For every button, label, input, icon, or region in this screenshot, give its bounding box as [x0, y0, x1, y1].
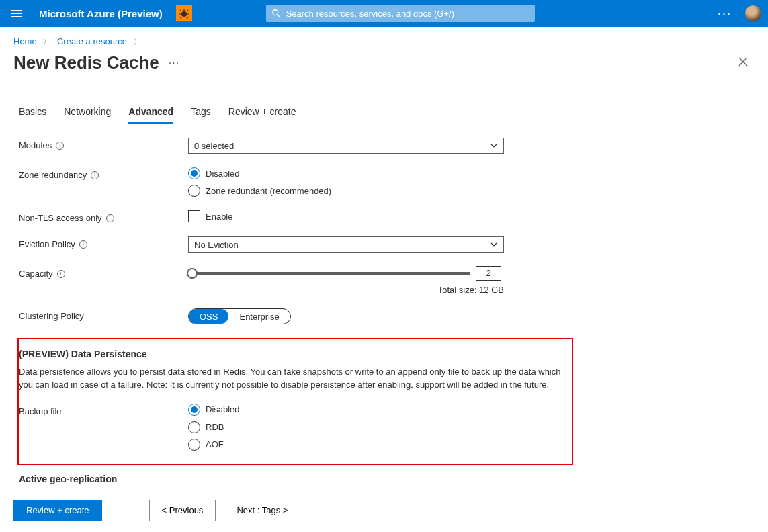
chevron-down-icon: [490, 240, 498, 249]
title-row: New Redis Cache ···: [0, 51, 768, 80]
modules-select[interactable]: 0 selected: [188, 138, 504, 154]
capacity-label: Capacity: [19, 269, 53, 279]
svg-line-2: [277, 15, 280, 17]
checkbox-icon: [188, 210, 200, 222]
backup-radio-disabled[interactable]: Disabled: [188, 404, 504, 416]
search-icon: [271, 9, 281, 18]
radio-icon: [188, 421, 200, 433]
radio-icon: [188, 185, 200, 197]
radio-icon: [188, 404, 200, 416]
capacity-value-input[interactable]: 2: [476, 266, 501, 281]
backup-aof-label: AOF: [206, 439, 224, 449]
info-icon[interactable]: i: [91, 171, 99, 179]
tab-bar: Basics Networking Advanced Tags Review +…: [19, 106, 755, 124]
avatar[interactable]: [745, 5, 761, 21]
search-placeholder: Search resources, services, and docs (G+…: [286, 9, 454, 19]
zone-recommended-label: Zone redundant (recommended): [206, 186, 331, 196]
nontls-enable-label: Enable: [206, 212, 232, 222]
nontls-label: Non-TLS access only: [19, 213, 102, 223]
backup-file-label: Backup file: [19, 406, 62, 416]
content-scroll-area[interactable]: Basics Networking Advanced Tags Review +…: [0, 86, 768, 488]
backup-radio-aof[interactable]: AOF: [188, 439, 504, 451]
clustering-toggle: OSS Enterprise: [188, 308, 291, 324]
eviction-label: Eviction Policy: [19, 239, 75, 249]
chevron-down-icon: [490, 142, 498, 150]
chevron-right-icon: 〉: [43, 38, 50, 46]
tab-tags[interactable]: Tags: [191, 106, 211, 124]
tab-networking[interactable]: Networking: [64, 106, 111, 124]
bug-icon[interactable]: [176, 5, 192, 21]
zone-radio-disabled[interactable]: Disabled: [188, 167, 504, 179]
tab-basics[interactable]: Basics: [19, 106, 46, 124]
info-icon[interactable]: i: [106, 214, 114, 222]
backup-rdb-label: RDB: [206, 422, 224, 432]
info-icon[interactable]: i: [56, 142, 64, 150]
title-more-icon[interactable]: ···: [169, 57, 179, 69]
persistence-description: Data persistence allows you to persist d…: [19, 366, 562, 392]
chevron-right-icon: 〉: [134, 38, 141, 46]
breadcrumb: Home 〉 Create a resource 〉: [0, 27, 768, 51]
breadcrumb-home[interactable]: Home: [13, 36, 37, 46]
hamburger-menu-icon[interactable]: [7, 7, 20, 20]
tab-review-create[interactable]: Review + create: [228, 106, 296, 124]
tab-advanced[interactable]: Advanced: [128, 106, 173, 124]
svg-point-0: [181, 11, 187, 17]
footer-bar: Review + create < Previous Next : Tags >: [0, 488, 768, 532]
review-create-button[interactable]: Review + create: [13, 500, 102, 521]
page-title: New Redis Cache: [13, 52, 159, 73]
info-icon[interactable]: i: [79, 240, 87, 249]
top-header: Microsoft Azure (Preview) Search resourc…: [0, 0, 768, 27]
previous-button[interactable]: < Previous: [149, 500, 216, 521]
slider-thumb[interactable]: [187, 268, 198, 279]
data-persistence-section: (PREVIEW) Data Persistence Data persiste…: [17, 338, 573, 466]
zone-redundancy-label: Zone redundancy: [19, 170, 87, 180]
capacity-total-label: Total size: 12 GB: [188, 285, 504, 295]
zone-radio-recommended[interactable]: Zone redundant (recommended): [188, 185, 504, 197]
brand-title[interactable]: Microsoft Azure (Preview): [39, 8, 163, 19]
close-icon[interactable]: [738, 56, 748, 70]
info-icon[interactable]: i: [57, 270, 65, 278]
backup-radio-rdb[interactable]: RDB: [188, 421, 504, 433]
nontls-checkbox[interactable]: Enable: [188, 210, 504, 222]
radio-icon: [188, 439, 200, 451]
eviction-value: No Eviction: [194, 240, 239, 250]
backup-disabled-label: Disabled: [206, 404, 240, 414]
zone-disabled-label: Disabled: [206, 169, 240, 179]
svg-point-1: [272, 10, 278, 15]
geo-replication-heading: Active geo-replication: [19, 474, 755, 484]
clustering-enterprise-option[interactable]: Enterprise: [228, 309, 290, 324]
next-button[interactable]: Next : Tags >: [224, 500, 300, 521]
search-input[interactable]: Search resources, services, and docs (G+…: [266, 5, 535, 22]
modules-value: 0 selected: [194, 141, 234, 151]
capacity-slider[interactable]: [188, 272, 470, 275]
eviction-select[interactable]: No Eviction: [188, 236, 504, 253]
clustering-label: Clustering Policy: [19, 311, 84, 321]
radio-icon: [188, 167, 200, 179]
clustering-oss-option[interactable]: OSS: [189, 309, 228, 324]
modules-label: Modules: [19, 140, 52, 150]
breadcrumb-create-resource[interactable]: Create a resource: [57, 36, 127, 46]
persistence-heading: (PREVIEW) Data Persistence: [19, 349, 562, 359]
more-icon[interactable]: ···: [718, 7, 732, 21]
